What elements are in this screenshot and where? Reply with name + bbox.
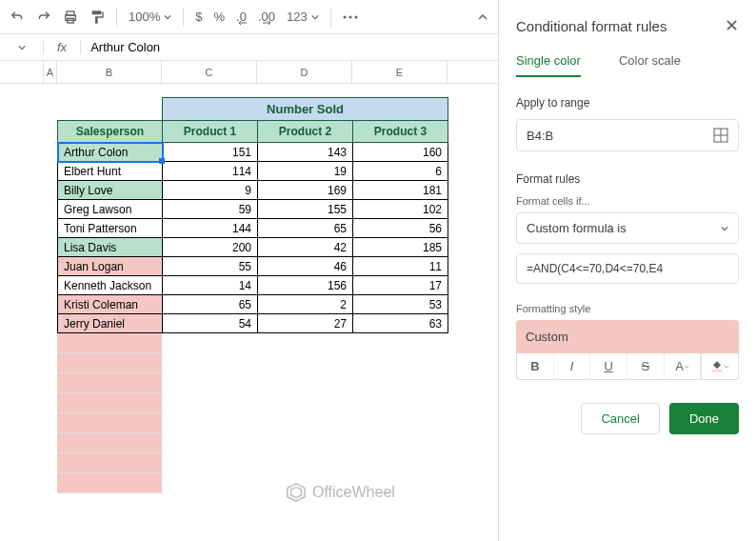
- svg-marker-7: [291, 488, 302, 498]
- more-icon[interactable]: [343, 15, 358, 19]
- done-button[interactable]: Done: [669, 403, 739, 434]
- value-cell[interactable]: 54: [163, 314, 258, 333]
- column-header[interactable]: Product 3: [353, 121, 448, 143]
- table-row[interactable]: Elbert Hunt114196: [58, 162, 448, 181]
- bold-button[interactable]: B: [517, 353, 554, 379]
- merged-header[interactable]: Number Sold: [163, 98, 448, 121]
- conditional-format-panel: Conditional format rules ✕ Single color …: [499, 0, 756, 541]
- table-row[interactable]: Kristi Coleman65253: [58, 295, 448, 314]
- watermark: OfficeWheel: [286, 482, 395, 503]
- table-row[interactable]: Arthur Colon151143160: [58, 143, 448, 162]
- table-row[interactable]: Kenneth Jackson1415617: [58, 276, 448, 295]
- value-cell[interactable]: 155: [258, 200, 353, 219]
- fill-color-button[interactable]: [701, 353, 738, 379]
- name-cell[interactable]: Jerry Daniel: [58, 314, 163, 333]
- column-header[interactable]: Salesperson: [58, 121, 163, 143]
- style-preview[interactable]: Custom: [516, 320, 739, 353]
- name-cell[interactable]: Toni Patterson: [58, 219, 163, 238]
- value-cell[interactable]: 200: [163, 238, 258, 257]
- close-icon[interactable]: ✕: [725, 15, 739, 36]
- col-header-c[interactable]: C: [162, 61, 257, 83]
- name-cell[interactable]: Kristi Coleman: [58, 295, 163, 314]
- range-input[interactable]: B4:B: [516, 119, 739, 151]
- column-header[interactable]: Product 2: [258, 121, 353, 143]
- italic-button[interactable]: I: [554, 353, 591, 379]
- value-cell[interactable]: 53: [353, 295, 448, 314]
- name-cell[interactable]: Juan Logan: [58, 257, 163, 276]
- underline-button[interactable]: U: [590, 353, 627, 379]
- tab-color-scale[interactable]: Color scale: [619, 53, 681, 77]
- value-cell[interactable]: 114: [163, 162, 258, 181]
- name-cell[interactable]: Greg Lawson: [58, 200, 163, 219]
- redo-icon[interactable]: [36, 10, 51, 25]
- cancel-button[interactable]: Cancel: [581, 403, 659, 434]
- formula-input[interactable]: Arthur Colon: [81, 40, 160, 54]
- value-cell[interactable]: 151: [163, 143, 258, 162]
- value-cell[interactable]: 9: [163, 181, 258, 200]
- col-header-b[interactable]: B: [57, 61, 162, 83]
- undo-icon[interactable]: [10, 10, 25, 25]
- chevron-down-icon: [721, 225, 728, 232]
- table-row[interactable]: Jerry Daniel542763: [58, 314, 448, 333]
- value-cell[interactable]: 169: [258, 181, 353, 200]
- value-cell[interactable]: 143: [258, 143, 353, 162]
- increase-decimal[interactable]: .00: [258, 10, 275, 24]
- collapse-icon[interactable]: [477, 11, 488, 23]
- col-header-e[interactable]: E: [352, 61, 448, 83]
- value-cell[interactable]: 27: [258, 314, 353, 333]
- column-header[interactable]: Product 1: [163, 121, 258, 143]
- condition-select[interactable]: Custom formula is: [516, 212, 739, 244]
- table-row[interactable]: Greg Lawson59155102: [58, 200, 448, 219]
- value-cell[interactable]: 46: [258, 257, 353, 276]
- value-cell[interactable]: 42: [258, 238, 353, 257]
- col-header-d[interactable]: D: [257, 61, 352, 83]
- name-cell[interactable]: Elbert Hunt: [58, 162, 163, 181]
- value-cell[interactable]: 2: [258, 295, 353, 314]
- value-cell[interactable]: 55: [163, 257, 258, 276]
- name-cell[interactable]: Billy Love: [58, 181, 163, 200]
- table-row[interactable]: Billy Love9169181: [58, 181, 448, 200]
- table-row[interactable]: Lisa Davis20042185: [58, 238, 448, 257]
- value-cell[interactable]: 17: [353, 276, 448, 295]
- strike-button[interactable]: S: [627, 353, 665, 379]
- name-cell[interactable]: Kenneth Jackson: [58, 276, 163, 295]
- table-row[interactable]: Toni Patterson1446556: [58, 219, 448, 238]
- svg-point-4: [348, 15, 351, 18]
- spreadsheet-grid[interactable]: A B C D E Number Sold SalespersonProduct…: [0, 61, 498, 541]
- value-cell[interactable]: 65: [258, 219, 353, 238]
- value-cell[interactable]: 65: [163, 295, 258, 314]
- paint-format-icon[interactable]: [90, 10, 105, 25]
- value-cell[interactable]: 6: [353, 162, 448, 181]
- value-cell[interactable]: 56: [353, 219, 448, 238]
- value-cell[interactable]: 181: [353, 181, 448, 200]
- value-cell[interactable]: 102: [353, 200, 448, 219]
- name-cell[interactable]: Lisa Davis: [58, 238, 163, 257]
- value-cell[interactable]: 160: [353, 143, 448, 162]
- format-rules-label: Format rules: [516, 172, 739, 186]
- value-cell[interactable]: 185: [353, 238, 448, 257]
- number-format[interactable]: 123: [287, 10, 319, 24]
- name-cell[interactable]: Arthur Colon: [58, 143, 163, 162]
- apply-range-label: Apply to range: [516, 96, 739, 110]
- svg-marker-6: [288, 484, 305, 501]
- value-cell[interactable]: 156: [258, 276, 353, 295]
- value-cell[interactable]: 19: [258, 162, 353, 181]
- text-color-button[interactable]: A: [665, 353, 702, 379]
- value-cell[interactable]: 59: [163, 200, 258, 219]
- decrease-decimal[interactable]: .0: [236, 10, 247, 24]
- print-icon[interactable]: [63, 10, 78, 25]
- value-cell[interactable]: 14: [163, 276, 258, 295]
- table-row[interactable]: Juan Logan554611: [58, 257, 448, 276]
- percent-format[interactable]: %: [213, 10, 225, 24]
- value-cell[interactable]: 144: [163, 219, 258, 238]
- toolbar: 100% $ % .0 .00 123: [0, 0, 498, 34]
- formula-field[interactable]: =AND(C4<=70,D4<=70,E4: [516, 253, 739, 284]
- value-cell[interactable]: 63: [353, 314, 448, 333]
- currency-format[interactable]: $: [195, 10, 202, 24]
- zoom-select[interactable]: 100%: [129, 10, 171, 24]
- col-header-a[interactable]: A: [44, 61, 57, 83]
- value-cell[interactable]: 11: [353, 257, 448, 276]
- tab-single-color[interactable]: Single color: [516, 53, 581, 77]
- name-box[interactable]: [0, 40, 44, 54]
- grid-select-icon[interactable]: [713, 128, 728, 143]
